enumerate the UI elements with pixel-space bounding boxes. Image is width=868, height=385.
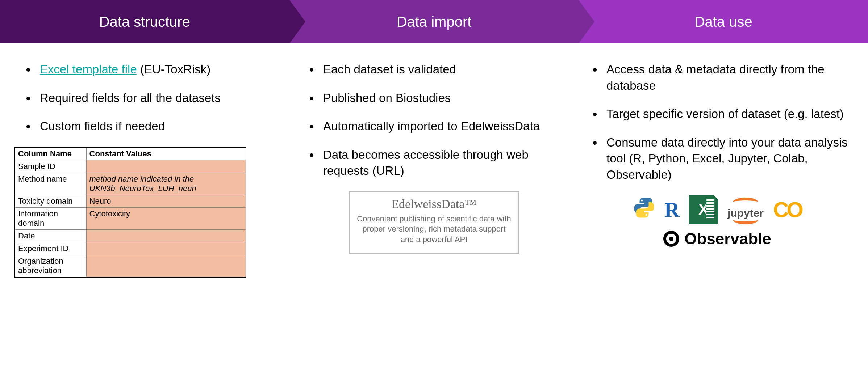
python-icon	[633, 197, 655, 223]
table-cell: Neuro	[86, 195, 246, 207]
column-data-import: Each dataset is validated Published on B…	[298, 62, 570, 278]
table-cell: Toxicity domain	[15, 195, 86, 207]
list-item: Data becomes accessible through web requ…	[320, 147, 570, 179]
table-row: Organization abbreviation	[15, 255, 246, 277]
colab-icon: CO	[773, 197, 801, 222]
edelweiss-description: Convenient publishing of scientific data…	[356, 214, 512, 245]
list-item: Target specific version of dataset (e.g.…	[603, 106, 854, 122]
edelweiss-title: EdelweissData™	[356, 197, 512, 211]
observable-label: Observable	[684, 230, 771, 248]
link-suffix: (EU-ToxRisk)	[137, 63, 211, 76]
table-cell: Experiment ID	[15, 242, 86, 255]
list-item: Access data & metadata directly from the…	[603, 62, 854, 94]
bullet-list: Access data & metadata directly from the…	[581, 62, 854, 183]
jupyter-icon: jupyter	[727, 200, 764, 219]
process-arrow-bar: Data structure Data import Data use	[0, 0, 868, 43]
bullet-list: Each dataset is validated Published on B…	[298, 62, 570, 179]
table-cell: Date	[15, 229, 86, 242]
observable-icon	[663, 231, 679, 247]
list-item: Each dataset is validated	[320, 62, 570, 78]
table-cell: Information domain	[15, 207, 86, 229]
arrow-label: Data structure	[99, 14, 190, 30]
table-cell: method name indicated in the UKN3b_Neuro…	[86, 173, 246, 195]
table-cell: Method name	[15, 173, 86, 195]
edelweiss-box: EdelweissData™ Convenient publishing of …	[349, 191, 519, 254]
table-cell	[86, 229, 246, 242]
bullet-list: Excel template file (EU-ToxRisk) Require…	[14, 62, 287, 135]
table-row: Sample ID	[15, 160, 246, 173]
list-item: Custom fields if needed	[36, 118, 287, 135]
table-cell: Cytotoxicity	[86, 207, 246, 229]
excel-template-link[interactable]: Excel template file	[40, 63, 137, 76]
table-row: Date	[15, 229, 246, 242]
table-row: Information domain Cytotoxicity	[15, 207, 246, 229]
table-cell: Sample ID	[15, 160, 86, 173]
list-item: Automatically imported to EdelweissData	[320, 118, 570, 135]
arrow-step-data-structure: Data structure	[0, 0, 289, 43]
observable-logo-row: Observable	[581, 230, 854, 248]
table-header: Column Name	[15, 147, 86, 160]
table-header: Constant Values	[86, 147, 246, 160]
table-cell	[86, 160, 246, 173]
tool-logos-row: R X jupyter CO	[581, 195, 854, 224]
list-item: Consume data directly into your data ana…	[603, 135, 854, 183]
arrow-step-data-import: Data import	[289, 0, 579, 43]
list-item: Excel template file (EU-ToxRisk)	[36, 62, 287, 78]
arrow-label: Data import	[397, 14, 472, 30]
table-header-row: Column Name Constant Values	[15, 147, 246, 160]
table-row: Method name method name indicated in the…	[15, 173, 246, 195]
table-row: Experiment ID	[15, 242, 246, 255]
arrow-label: Data use	[694, 14, 752, 30]
table-cell	[86, 255, 246, 277]
excel-icon: X	[689, 195, 718, 224]
column-data-structure: Excel template file (EU-ToxRisk) Require…	[14, 62, 287, 278]
python-svg-icon	[633, 197, 655, 219]
column-data-use: Access data & metadata directly from the…	[581, 62, 854, 278]
arrow-step-data-use: Data use	[579, 0, 868, 43]
list-item: Required fields for all the datasets	[36, 90, 287, 106]
columns-container: Excel template file (EU-ToxRisk) Require…	[0, 43, 868, 278]
r-icon: R	[664, 198, 680, 222]
table-row: Toxicity domain Neuro	[15, 195, 246, 207]
fields-table: Column Name Constant Values Sample ID Me…	[14, 147, 246, 278]
table-cell: Organization abbreviation	[15, 255, 86, 277]
list-item: Published on Biostudies	[320, 90, 570, 106]
table-cell	[86, 242, 246, 255]
